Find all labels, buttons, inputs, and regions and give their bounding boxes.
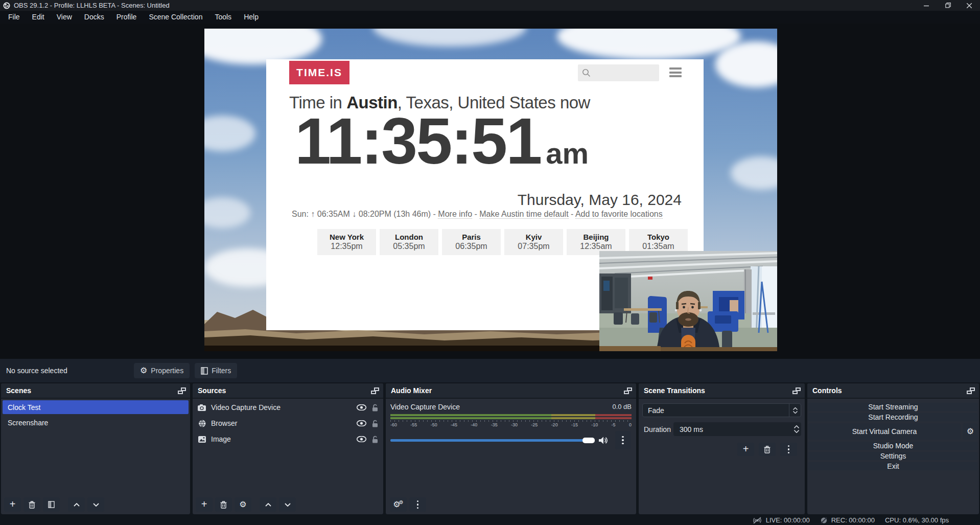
popout-dock-icon[interactable] bbox=[624, 387, 632, 394]
menu-docks[interactable]: Docks bbox=[78, 11, 110, 24]
timeis-logo[interactable]: TIME.IS bbox=[289, 61, 349, 84]
remove-source-button[interactable] bbox=[215, 497, 232, 512]
maximize-button[interactable] bbox=[937, 0, 959, 11]
advanced-audio-button[interactable]: ⚙⚙ bbox=[390, 497, 407, 512]
mixer-menu-button[interactable] bbox=[409, 497, 426, 512]
scene-filters-button[interactable] bbox=[43, 497, 60, 512]
exit-button[interactable]: Exit bbox=[808, 462, 978, 470]
visibility-eye-icon[interactable] bbox=[357, 404, 366, 410]
source-row-image[interactable]: Image bbox=[193, 432, 383, 446]
virtual-camera-config-button[interactable]: ⚙ bbox=[963, 423, 978, 440]
menu-edit[interactable]: Edit bbox=[26, 11, 51, 24]
duration-spin-arrows[interactable] bbox=[794, 422, 799, 436]
plus-icon: + bbox=[201, 499, 207, 509]
source-properties-button[interactable]: ⚙ bbox=[235, 497, 251, 512]
obs-window: OBS 29.1.2 - Profile: LLHLS BETA - Scene… bbox=[0, 0, 980, 525]
duration-input[interactable]: 300 ms bbox=[673, 422, 801, 436]
visibility-eye-icon[interactable] bbox=[357, 420, 366, 426]
visibility-eye-icon[interactable] bbox=[357, 436, 366, 442]
add-source-button[interactable]: + bbox=[196, 497, 213, 512]
studio-mode-button[interactable]: Studio Mode bbox=[808, 442, 978, 450]
scene-item-screenshare[interactable]: Screenshare bbox=[3, 416, 189, 429]
remove-scene-button[interactable] bbox=[24, 497, 40, 512]
rec-status: REC: 00:00:00 bbox=[820, 516, 875, 524]
audio-mixer-panel: Audio Mixer Video Capture Device 0.0 dB … bbox=[386, 383, 636, 514]
more-info-link[interactable]: More info bbox=[438, 210, 472, 219]
popout-dock-icon[interactable] bbox=[178, 387, 186, 394]
volume-meter: -60-55-50-45-40-35-30-25-20-15-10-50 bbox=[390, 414, 632, 427]
speaker-icon[interactable] bbox=[599, 437, 608, 444]
record-off-icon bbox=[820, 517, 828, 524]
make-default-link[interactable]: Make Austin time default bbox=[479, 210, 568, 219]
filters-icon bbox=[201, 367, 208, 375]
menu-help[interactable]: Help bbox=[238, 11, 265, 24]
webcam-video-overlay bbox=[599, 251, 777, 351]
scenes-title: Scenes bbox=[6, 386, 31, 395]
city-clock[interactable]: Kyiv07:35pm bbox=[504, 229, 563, 255]
add-favorite-link[interactable]: Add to favorite locations bbox=[575, 210, 663, 219]
move-source-up-button[interactable] bbox=[260, 497, 276, 512]
unlock-icon[interactable] bbox=[372, 420, 378, 427]
transitions-title: Scene Transitions bbox=[644, 386, 705, 395]
menu-scene-collection[interactable]: Scene Collection bbox=[143, 11, 208, 24]
city-clock[interactable]: New York12:35pm bbox=[317, 229, 376, 255]
minimize-button[interactable] bbox=[916, 0, 937, 11]
window-title: OBS 29.1.2 - Profile: LLHLS BETA - Scene… bbox=[14, 2, 170, 9]
unlock-icon[interactable] bbox=[372, 436, 378, 443]
globe-icon bbox=[198, 420, 206, 427]
controls-panel: Controls Start Streaming Start Recording… bbox=[807, 383, 979, 514]
start-streaming-button[interactable]: Start Streaming bbox=[808, 403, 978, 411]
close-button[interactable] bbox=[959, 0, 980, 11]
source-row-video-capture[interactable]: Video Capture Device bbox=[193, 400, 383, 415]
popout-dock-icon[interactable] bbox=[371, 387, 379, 394]
volume-slider[interactable] bbox=[390, 437, 595, 443]
filters-button[interactable]: Filters bbox=[195, 363, 237, 378]
menu-view[interactable]: View bbox=[51, 11, 78, 24]
scene-item-clock-test[interactable]: Clock Test bbox=[3, 400, 189, 414]
search-input[interactable] bbox=[578, 64, 659, 81]
unlock-icon[interactable] bbox=[372, 404, 378, 412]
remove-transition-button[interactable] bbox=[759, 443, 776, 456]
chevron-down-icon bbox=[93, 503, 99, 507]
mixer-channel-name: Video Capture Device bbox=[390, 403, 460, 411]
mixer-options-button[interactable] bbox=[615, 431, 631, 449]
filters-icon bbox=[48, 501, 55, 508]
duration-label: Duration bbox=[644, 425, 673, 433]
obs-logo-icon bbox=[3, 2, 10, 9]
start-recording-button[interactable]: Start Recording bbox=[808, 413, 978, 421]
program-video[interactable]: TIME.IS Time in Austin, Texas, United St… bbox=[204, 29, 777, 351]
trash-icon bbox=[29, 501, 35, 509]
chevron-up-icon bbox=[794, 425, 799, 428]
sources-panel: Sources Video Capture Device bbox=[193, 383, 383, 514]
controls-title: Controls bbox=[812, 386, 842, 395]
cpu-fps-status: CPU: 0.6%, 30.00 fps bbox=[885, 516, 949, 524]
popout-dock-icon[interactable] bbox=[792, 387, 801, 394]
city-clock[interactable]: London05:35pm bbox=[380, 229, 438, 255]
transition-properties-button[interactable] bbox=[780, 443, 797, 456]
gear-icon: ⚙ bbox=[967, 427, 974, 436]
start-virtual-camera-button[interactable]: Start Virtual Camera bbox=[808, 423, 961, 440]
volume-slider-handle[interactable] bbox=[582, 438, 595, 443]
add-transition-button[interactable]: + bbox=[737, 443, 754, 456]
properties-button[interactable]: ⚙ Properties bbox=[134, 363, 190, 378]
cloud bbox=[731, 156, 777, 190]
menu-profile[interactable]: Profile bbox=[110, 11, 143, 24]
transition-select-arrows[interactable] bbox=[789, 404, 801, 417]
menu-file[interactable]: File bbox=[2, 11, 26, 24]
move-scene-up-button[interactable] bbox=[68, 497, 85, 512]
add-scene-button[interactable]: + bbox=[4, 497, 21, 512]
city-clock[interactable]: Paris06:35pm bbox=[442, 229, 501, 255]
move-source-down-button[interactable] bbox=[279, 497, 296, 512]
settings-button[interactable]: Settings bbox=[808, 452, 978, 460]
dock-area: Scenes Clock Test Screenshare + bbox=[0, 382, 980, 515]
transition-select[interactable]: Fade bbox=[642, 403, 801, 417]
gear-icon: ⚙ bbox=[140, 367, 147, 375]
scenes-panel: Scenes Clock Test Screenshare + bbox=[1, 383, 190, 514]
menu-tools[interactable]: Tools bbox=[208, 11, 238, 24]
preview-canvas[interactable]: TIME.IS Time in Austin, Texas, United St… bbox=[0, 24, 980, 359]
source-row-browser[interactable]: Browser bbox=[193, 416, 383, 430]
popout-dock-icon[interactable] bbox=[967, 387, 975, 394]
chevron-up-icon bbox=[74, 503, 80, 507]
hamburger-menu-icon[interactable] bbox=[669, 67, 682, 77]
move-scene-down-button[interactable] bbox=[87, 497, 104, 512]
